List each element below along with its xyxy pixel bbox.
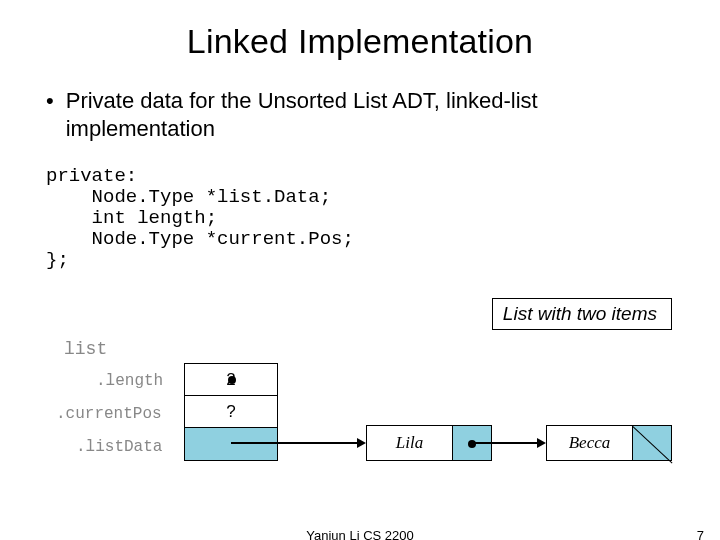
list-node: Becca	[546, 425, 672, 461]
node-info: Lila	[367, 426, 453, 460]
bullet-dot: •	[46, 87, 54, 142]
footer-page-number: 7	[697, 528, 704, 540]
footer-center: Yanjun Li CS 2200	[306, 528, 413, 540]
arrow-head-icon	[357, 438, 366, 448]
pointer-arrow	[474, 442, 537, 444]
code-line: int length;	[46, 207, 217, 229]
pointer-arrow	[231, 442, 357, 444]
node-info: Becca	[547, 426, 633, 460]
field-label-length: .length	[96, 372, 163, 390]
code-line: Node.Type *list.Data;	[46, 186, 331, 208]
pointer-dot	[228, 376, 236, 384]
code-block: private: Node.Type *list.Data; int lengt…	[46, 166, 720, 270]
null-slash-icon	[633, 426, 671, 460]
field-label-currentPos: .currentPos	[56, 405, 162, 423]
diagram: list .length .currentPos .listData 2 ? L…	[56, 335, 676, 480]
code-line: Node.Type *current.Pos;	[46, 228, 354, 250]
arrow-head-icon	[537, 438, 546, 448]
slide-title: Linked Implementation	[0, 22, 720, 61]
code-line: };	[46, 249, 69, 271]
bullet-text: Private data for the Unsorted List ADT, …	[66, 87, 692, 142]
list-label: list	[64, 339, 107, 359]
record-struct: 2 ?	[184, 363, 278, 461]
field-label-listData: .listData	[76, 438, 162, 456]
currentPos-cell: ?	[185, 396, 277, 428]
node-next-null	[633, 426, 671, 460]
code-line: private:	[46, 165, 137, 187]
listData-cell	[185, 428, 277, 460]
caption-box: List with two items	[492, 298, 672, 330]
bullet-item: • Private data for the Unsorted List ADT…	[0, 87, 720, 142]
